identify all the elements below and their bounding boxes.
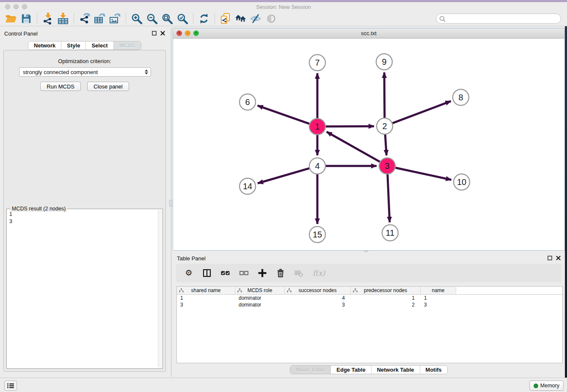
cell: dominator <box>235 295 285 301</box>
maximize-network-icon[interactable]: + <box>193 30 199 36</box>
node-10[interactable]: 10 <box>454 174 470 190</box>
edge-4-14[interactable] <box>258 168 309 183</box>
criterion-dropdown[interactable]: strongly connected component <box>19 67 151 77</box>
tab-select[interactable]: Select <box>85 41 113 50</box>
column-header-shared-name[interactable]: shared name <box>177 287 235 295</box>
toolbar-separator <box>193 14 193 24</box>
column-header-predecessor-nodes[interactable]: predecessor nodes <box>351 287 421 295</box>
close-panel-icon[interactable] <box>160 31 165 36</box>
close-panel-button[interactable]: Close panel <box>87 82 129 91</box>
zoom-out-button[interactable] <box>144 12 160 25</box>
table-row[interactable]: 3dominator323 <box>177 301 562 308</box>
vertical-splitter[interactable] <box>169 28 173 377</box>
close-window-icon[interactable] <box>5 4 10 9</box>
show-all-button[interactable] <box>264 12 279 25</box>
import-table-button[interactable] <box>55 12 71 25</box>
delete-columns-button[interactable] <box>276 268 285 278</box>
edge-1-2[interactable] <box>326 126 374 127</box>
tab-style[interactable]: Style <box>61 41 85 50</box>
edge-3-11[interactable] <box>388 174 390 222</box>
node-6[interactable]: 6 <box>239 94 256 110</box>
close-network-icon[interactable]: × <box>176 30 182 36</box>
open-session-button[interactable] <box>3 12 19 25</box>
edge-2-8[interactable] <box>393 101 451 123</box>
cell: 3 <box>421 301 456 308</box>
column-header-successor-nodes[interactable]: successor nodes <box>285 287 351 295</box>
import-network-button[interactable] <box>40 12 55 25</box>
save-session-button[interactable] <box>19 12 34 25</box>
tab-node-table[interactable]: Node Table <box>290 366 330 374</box>
zoom-fit-button[interactable] <box>160 12 175 25</box>
toolbar-separator <box>126 14 126 24</box>
unselect-all-columns-button[interactable] <box>239 268 248 278</box>
zoom-selected-button[interactable] <box>175 12 190 25</box>
create-column-button[interactable] <box>258 268 267 278</box>
table-options-button[interactable]: ⚙ <box>184 268 193 278</box>
column-header-MCDS-role[interactable]: MCDS role <box>235 287 285 295</box>
minimize-window-icon[interactable] <box>14 4 19 9</box>
node-3[interactable]: 3 <box>379 158 395 174</box>
refresh-button[interactable] <box>196 12 212 25</box>
float-table-panel-icon[interactable] <box>548 256 552 260</box>
result-scrollbar[interactable] <box>158 210 162 367</box>
svg-text:8: 8 <box>458 93 463 102</box>
node-1[interactable]: 1 <box>309 119 325 135</box>
node-9[interactable]: 9 <box>376 54 392 70</box>
open-folder-icon <box>5 13 17 25</box>
tab-network[interactable]: Network <box>28 41 61 50</box>
node-14[interactable]: 14 <box>239 178 256 194</box>
cell: 2 <box>351 301 421 308</box>
search-input[interactable] <box>446 14 561 23</box>
tab-network-table[interactable]: Network Table <box>371 366 420 374</box>
edge-3-10[interactable] <box>396 168 451 180</box>
minimize-network-icon[interactable]: − <box>185 30 190 36</box>
cell: 1 <box>421 295 456 301</box>
export-table-button[interactable] <box>92 12 107 25</box>
edge-3-1[interactable] <box>327 132 380 162</box>
splitter-grip[interactable] <box>169 200 172 207</box>
tab-mcds[interactable]: MCDS <box>113 41 141 50</box>
import-network-icon <box>41 12 54 25</box>
export-network-button[interactable] <box>77 12 92 25</box>
export-image-button[interactable] <box>107 12 123 25</box>
houses-icon <box>234 12 247 25</box>
select-all-columns-button[interactable] <box>221 268 230 278</box>
maximize-window-icon[interactable] <box>22 4 27 9</box>
duplicate-network-button[interactable] <box>218 12 233 25</box>
node-7[interactable]: 7 <box>309 55 325 71</box>
zoom-in-button[interactable] <box>129 12 144 25</box>
hide-selected-button[interactable] <box>248 12 264 25</box>
function-builder-button[interactable]: f(x) <box>313 268 325 278</box>
node-11[interactable]: 11 <box>382 225 398 241</box>
column-header-label: name <box>432 287 444 293</box>
column-header-name[interactable]: name <box>421 287 456 295</box>
node-2[interactable]: 2 <box>377 118 393 134</box>
tab-motifs[interactable]: Motifs <box>420 366 447 374</box>
edge-2-9[interactable] <box>384 72 385 118</box>
network-window-title: scc.txt <box>361 30 377 36</box>
run-mcds-button[interactable]: Run MCDS <box>40 82 81 91</box>
svg-text:6: 6 <box>245 97 250 107</box>
node-8[interactable]: 8 <box>453 89 469 105</box>
delete-table-icon <box>295 269 303 277</box>
node-table[interactable]: shared nameMCDS rolesuccessor nodesprede… <box>176 286 563 363</box>
search-box[interactable] <box>436 14 561 24</box>
edge-1-6[interactable] <box>258 105 310 124</box>
main-titlebar: Session: New Session <box>0 2 567 11</box>
tab-edge-table[interactable]: Edge Table <box>330 366 371 374</box>
network-window-titlebar[interactable]: × − + scc.txt <box>173 28 564 39</box>
edge-2-3[interactable] <box>385 135 386 155</box>
first-neighbors-button[interactable] <box>233 12 248 25</box>
network-canvas[interactable]: 7968124314101511 <box>173 39 564 251</box>
node-15[interactable]: 15 <box>309 226 325 243</box>
show-columns-button[interactable] <box>203 268 211 278</box>
table-row[interactable]: 1dominator411 <box>177 295 562 301</box>
delete-table-button[interactable] <box>295 268 303 278</box>
task-history-button[interactable] <box>4 381 17 391</box>
eye-slash-icon <box>250 12 262 25</box>
close-table-panel-icon[interactable] <box>556 256 561 260</box>
node-4[interactable]: 4 <box>309 158 325 174</box>
memory-button[interactable]: Memory <box>529 381 564 391</box>
float-panel-icon[interactable] <box>152 31 157 36</box>
network-view-window: × − + scc.txt 7968124314101511 <box>173 28 565 251</box>
